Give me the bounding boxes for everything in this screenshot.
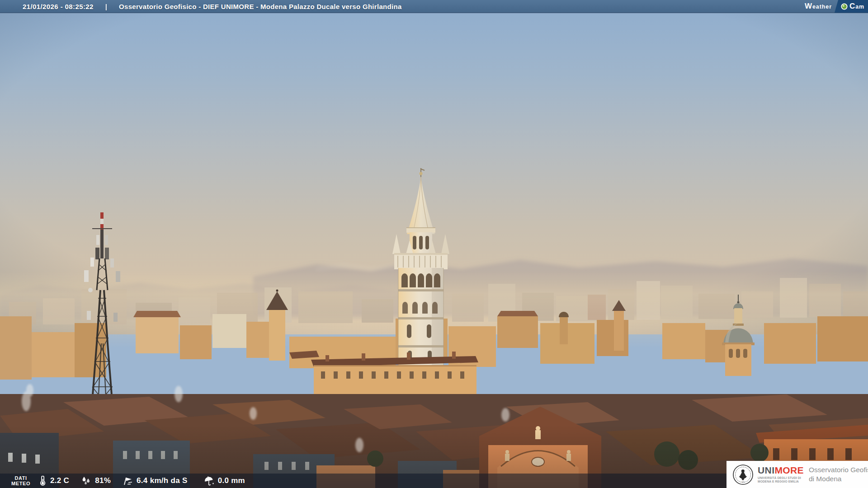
dati-meteo-label: DATI METEO	[6, 475, 35, 486]
timestamp: 21/01/2026 - 08:25:22	[23, 3, 94, 10]
osservatorio-text: Osservatorio Geofisico di Modena	[809, 465, 868, 483]
page-title: Osservatorio Geofisico - DIEF UNIMORE - …	[119, 3, 402, 10]
osservatorio-line2: di Modena	[809, 474, 868, 483]
unimore-uni-text: UNI	[758, 465, 774, 475]
dati-label-line1: DATI	[6, 475, 35, 481]
unimore-crest-seal: 1175	[732, 464, 754, 485]
temperature-value: 2.2 C	[50, 476, 69, 485]
webcam-page: 21/01/2026 - 08:25:22 | Osservatorio Geo…	[0, 0, 868, 488]
unimore-more-text: MORE	[774, 465, 804, 475]
header-separator: |	[105, 3, 107, 10]
humidity-drops-icon	[81, 476, 92, 486]
svg-text:1175: 1175	[741, 481, 745, 483]
unimore-subtitle-line1: UNIVERSITÀ DEGLI STUDI DI	[758, 476, 804, 480]
wind-value: 6.4 km/h da S	[137, 476, 188, 485]
humidity-reading: 81%	[81, 476, 111, 486]
weathercam-cam-text: Cam	[849, 2, 864, 11]
umbrella-icon	[204, 476, 215, 486]
rain-value: 0.0 mm	[218, 476, 245, 485]
weathercam-dot-icon	[841, 3, 848, 10]
wind-flag-icon	[122, 476, 133, 486]
weathercam-weather-text: Weather	[805, 2, 832, 11]
unimore-wordmark: UNIMORE UNIVERSITÀ DEGLI STUDI DI MODENA…	[758, 466, 804, 483]
dati-label-line2: METEO	[6, 481, 35, 486]
temperature-reading: 2.2 C	[38, 476, 69, 486]
unimore-subtitle: UNIVERSITÀ DEGLI STUDI DI MODENA E REGGI…	[758, 476, 804, 483]
unimore-logo-box: 1175 UNIMORE UNIVERSITÀ DEGLI STUDI DI M…	[726, 461, 868, 488]
humidity-value: 81%	[95, 476, 111, 485]
rain-reading: 0.0 mm	[204, 476, 245, 486]
weathercam-logo: Weather Cam	[805, 0, 868, 13]
osservatorio-line1: Osservatorio Geofisico	[809, 465, 868, 474]
thermometer-icon	[38, 476, 47, 486]
unimore-subtitle-line2: MODENA E REGGIO EMILIA	[758, 480, 804, 483]
header-bar: 21/01/2026 - 08:25:22 | Osservatorio Geo…	[0, 0, 868, 13]
webcam-photo	[0, 0, 868, 488]
weathercam-cam-box: Cam	[835, 0, 868, 13]
wind-reading: 6.4 km/h da S	[122, 476, 188, 486]
